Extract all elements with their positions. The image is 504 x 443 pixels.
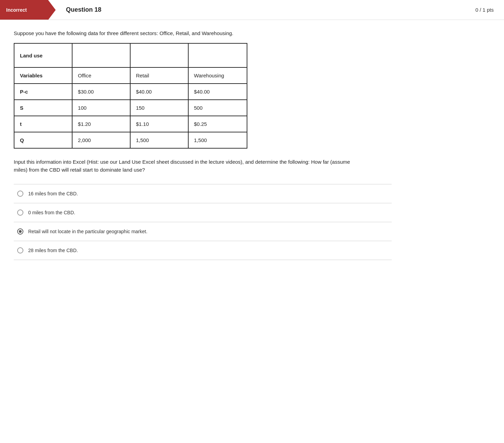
arrow-shape	[48, 0, 56, 20]
pts-label: 0 / 1 pts	[475, 7, 494, 13]
table-cell-q-office: 2,000	[72, 132, 130, 148]
main-content: Suppose you have the following data for …	[0, 20, 504, 443]
answer-option-4[interactable]: 28 miles from the CBD.	[14, 241, 392, 260]
table-row: t $1.20 $1.10 $0.25	[14, 116, 247, 132]
answer-option-3[interactable]: Retail will not locate in the particular…	[14, 222, 392, 241]
question-title: Question 18	[66, 6, 101, 13]
table-cell-t-label: t	[14, 116, 72, 132]
radio-button-4[interactable]	[17, 247, 23, 253]
table-cell-t-retail: $1.10	[130, 116, 188, 132]
table-cell-office: Office	[72, 67, 130, 84]
table-cell-pc-retail: $40.00	[130, 84, 188, 100]
followup-text: Input this information into Excel (Hist:…	[14, 158, 350, 174]
table-cell-pc-warehousing: $40.00	[188, 84, 247, 100]
table-row: P-c $30.00 $40.00 $40.00	[14, 84, 247, 100]
table-row: Land use	[14, 43, 247, 67]
table-cell-h4	[188, 43, 247, 67]
answer-label-3: Retail will not locate in the particular…	[28, 229, 147, 234]
incorrect-label: Incorrect	[6, 7, 27, 13]
table-cell-h3	[130, 43, 188, 67]
table-cell-h2	[72, 43, 130, 67]
table-cell-s-warehousing: 500	[188, 100, 247, 116]
answer-label-2: 0 miles from the CBD.	[28, 210, 75, 215]
answer-option-2[interactable]: 0 miles from the CBD.	[14, 203, 392, 222]
answer-label-4: 28 miles from the CBD.	[28, 248, 78, 253]
data-table: Land use Variables Office Retail Warehou…	[14, 43, 247, 149]
table-cell-t-warehousing: $0.25	[188, 116, 247, 132]
table-cell-s-label: S	[14, 100, 72, 116]
radio-button-2[interactable]	[17, 209, 23, 216]
table-row: Variables Office Retail Warehousing	[14, 67, 247, 84]
answer-choices: 16 miles from the CBD. 0 miles from the …	[14, 184, 392, 260]
answer-label-1: 16 miles from the CBD.	[28, 191, 78, 196]
table-row: Q 2,000 1,500 1,500	[14, 132, 247, 148]
table-cell-s-office: 100	[72, 100, 130, 116]
table-cell-variables: Variables	[14, 67, 72, 84]
table-cell-q-retail: 1,500	[130, 132, 188, 148]
table-cell-q-warehousing: 1,500	[188, 132, 247, 148]
incorrect-badge: Incorrect	[0, 0, 48, 20]
answer-option-1[interactable]: 16 miles from the CBD.	[14, 184, 392, 203]
table-cell-landuse: Land use	[14, 43, 72, 67]
table-cell-s-retail: 150	[130, 100, 188, 116]
radio-inner-3	[19, 230, 22, 233]
radio-button-3[interactable]	[17, 228, 23, 235]
table-cell-q-label: Q	[14, 132, 72, 148]
table-row: S 100 150 500	[14, 100, 247, 116]
table-cell-warehousing: Warehousing	[188, 67, 247, 84]
table-cell-pc-office: $30.00	[72, 84, 130, 100]
intro-text: Suppose you have the following data for …	[14, 30, 490, 36]
header-bar: Incorrect Question 18 0 / 1 pts	[0, 0, 504, 20]
radio-button-1[interactable]	[17, 191, 23, 197]
table-cell-pc-label: P-c	[14, 84, 72, 100]
table-cell-retail: Retail	[130, 67, 188, 84]
table-cell-t-office: $1.20	[72, 116, 130, 132]
